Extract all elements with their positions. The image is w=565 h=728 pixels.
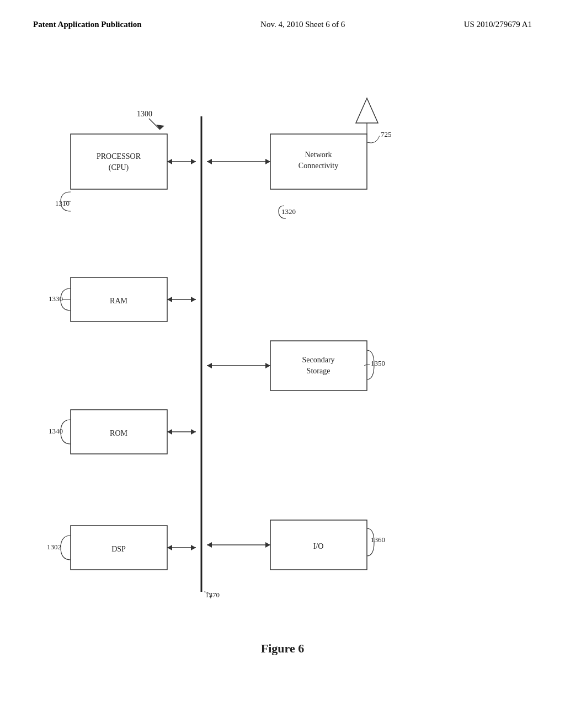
rom-label: ROM bbox=[110, 429, 127, 437]
svg-marker-5 bbox=[167, 159, 172, 164]
label-1302: 1302 bbox=[47, 543, 61, 551]
publication-date: Nov. 4, 2010 Sheet 6 of 6 bbox=[260, 20, 345, 29]
svg-line-0 bbox=[149, 119, 160, 130]
publication-number: US 2010/279679 A1 bbox=[464, 20, 532, 29]
secondary-label-line2: Storage bbox=[307, 367, 331, 375]
label-1310: 1310 bbox=[55, 199, 70, 207]
diagram-svg: 1300 PROCESSOR (CPU) 1310 Network Connec… bbox=[0, 35, 565, 686]
svg-marker-24 bbox=[207, 542, 212, 548]
secondary-label-line1: Secondary bbox=[302, 356, 334, 364]
svg-marker-19 bbox=[191, 429, 196, 435]
svg-marker-21 bbox=[167, 545, 172, 550]
svg-marker-18 bbox=[167, 429, 172, 435]
io-label: I/O bbox=[313, 542, 324, 550]
label-1300: 1300 bbox=[137, 110, 152, 118]
network-label-line2: Connectivity bbox=[299, 162, 338, 170]
svg-marker-25 bbox=[265, 542, 270, 548]
svg-marker-15 bbox=[207, 363, 212, 368]
label-1370: 1370 bbox=[205, 591, 220, 599]
svg-marker-16 bbox=[265, 363, 270, 368]
diagram-area: 1300 PROCESSOR (CPU) 1310 Network Connec… bbox=[0, 35, 565, 686]
secondary-storage-box bbox=[270, 341, 367, 390]
publication-title: Patent Application Publication bbox=[33, 20, 142, 29]
dsp-label: DSP bbox=[111, 545, 126, 553]
ram-label: RAM bbox=[110, 297, 127, 305]
svg-marker-9 bbox=[265, 159, 270, 164]
network-label-line1: Network bbox=[305, 151, 332, 159]
label-725: 725 bbox=[381, 130, 392, 138]
svg-marker-6 bbox=[191, 159, 196, 164]
figure-caption: Figure 6 bbox=[261, 641, 304, 655]
label-1350: 1350 bbox=[371, 359, 385, 367]
antenna-icon bbox=[356, 98, 378, 123]
processor-label-line1: PROCESSOR bbox=[97, 152, 141, 160]
svg-marker-8 bbox=[207, 159, 212, 164]
svg-marker-13 bbox=[191, 297, 196, 302]
page-header: Patent Application Publication Nov. 4, 2… bbox=[0, 0, 565, 29]
label-1320: 1320 bbox=[281, 207, 296, 216]
processor-label-line2: (CPU) bbox=[109, 163, 129, 172]
svg-marker-22 bbox=[191, 545, 196, 550]
svg-marker-12 bbox=[167, 297, 172, 302]
label-1360: 1360 bbox=[371, 536, 385, 544]
processor-box bbox=[71, 134, 167, 189]
